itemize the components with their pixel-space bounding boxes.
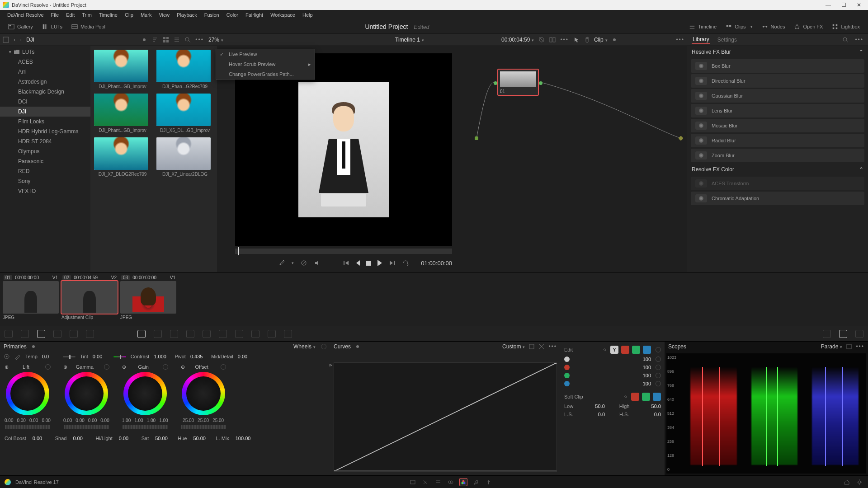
wheel-picker-icon[interactable]: ⊕ xyxy=(5,364,9,370)
wheel-picker-icon[interactable]: ⊕ xyxy=(181,364,185,370)
tracking-icon[interactable] xyxy=(203,330,211,338)
fx-item[interactable]: Directional Blur xyxy=(691,74,864,88)
ctx-change-path[interactable]: Change PowerGrades Path... xyxy=(216,69,315,79)
master-bar[interactable] xyxy=(64,425,109,429)
play-icon[interactable] xyxy=(377,260,382,266)
bypass-icon[interactable] xyxy=(300,259,307,267)
node-input[interactable] xyxy=(494,81,497,85)
nodes-more-icon[interactable]: ••• xyxy=(676,37,684,43)
master-bar[interactable] xyxy=(181,425,226,429)
wheel-value[interactable]: 0.00 xyxy=(100,418,109,423)
home-icon[interactable] xyxy=(843,478,851,486)
wheel-value[interactable]: 0.00 xyxy=(88,418,97,423)
ch-val[interactable]: 100 xyxy=(633,365,651,370)
fx-search-icon[interactable] xyxy=(842,37,849,43)
ch-val[interactable]: 100 xyxy=(633,373,651,378)
scrubber[interactable] xyxy=(235,249,452,254)
fairlight-page-icon[interactable] xyxy=(472,478,480,486)
scopes-icon[interactable] xyxy=(839,330,847,338)
shad-value[interactable]: 0.00 xyxy=(73,436,89,441)
reset-icon[interactable] xyxy=(163,364,168,370)
ls-value[interactable]: 0.0 xyxy=(587,412,605,417)
fx-group-blur[interactable]: Resolve FX Blur⌃ xyxy=(687,46,868,58)
menu-workspace[interactable]: Workspace xyxy=(267,12,299,18)
reset-icon[interactable] xyxy=(656,373,661,378)
middetail-value[interactable]: 0.00 xyxy=(238,354,254,359)
lightbox-toggle[interactable]: Lightbox xyxy=(827,20,864,33)
reset-icon[interactable] xyxy=(321,344,326,349)
lut-item[interactable]: RED xyxy=(0,166,90,176)
stop-icon[interactable] xyxy=(366,261,371,266)
speaker-icon[interactable] xyxy=(314,259,321,267)
close-button[interactable]: ✕ xyxy=(853,2,865,8)
lut-thumb[interactable]: DJI_X7_DLOG2Rec709 xyxy=(94,137,151,177)
fx-item[interactable]: Radial Blur xyxy=(691,134,864,147)
low-value[interactable]: 50.0 xyxy=(587,404,605,409)
lut-root[interactable]: ▾ LUTs xyxy=(0,47,90,57)
curve-plot[interactable]: ▹ xyxy=(334,362,557,472)
viewer-timecode[interactable]: 00:00:04:59 xyxy=(501,37,534,43)
color-wheel[interactable] xyxy=(123,372,167,415)
lut-item[interactable]: VFX IO xyxy=(0,186,90,196)
pointer-icon[interactable] xyxy=(573,37,580,43)
media-page-icon[interactable] xyxy=(409,478,417,486)
node[interactable]: 01 xyxy=(497,69,539,96)
menu-clip[interactable]: Clip xyxy=(121,12,137,18)
ctx-hover-scrub[interactable]: Hover Scrub Preview xyxy=(216,59,315,69)
search-icon[interactable] xyxy=(184,37,191,43)
fusion-page-icon[interactable] xyxy=(447,478,455,486)
link-icon[interactable] xyxy=(601,347,608,353)
luts-toggle[interactable]: LUTs xyxy=(38,20,67,33)
key-icon[interactable] xyxy=(251,330,259,338)
wheel-value[interactable]: 25.00 xyxy=(198,418,209,423)
last-frame-icon[interactable] xyxy=(388,259,396,267)
color-wheel[interactable] xyxy=(182,372,225,415)
menu-trim[interactable]: Trim xyxy=(78,12,95,18)
master-bar[interactable] xyxy=(5,425,50,429)
lut-item[interactable]: DJI xyxy=(0,107,90,117)
edit-g-button[interactable] xyxy=(632,346,640,354)
lut-thumb[interactable]: DJI_Phant...GB_Improv xyxy=(94,94,151,133)
ch-val[interactable]: 100 xyxy=(633,357,651,362)
lut-item[interactable]: Arri xyxy=(0,67,90,77)
hs-value[interactable]: 0.0 xyxy=(643,412,661,417)
lut-item[interactable]: Film Looks xyxy=(0,117,90,127)
reset-icon[interactable] xyxy=(45,364,51,370)
menu-playback[interactable]: Playback xyxy=(173,12,201,18)
fx-item[interactable]: Box Blur xyxy=(691,59,864,73)
menu-timeline[interactable]: Timeline xyxy=(95,12,121,18)
openfx-toggle[interactable]: Open FX xyxy=(789,20,827,33)
collapse-icon[interactable]: ⌃ xyxy=(859,49,863,55)
wheel-value[interactable]: 1.00 xyxy=(159,418,168,423)
menu-file[interactable]: File xyxy=(47,12,63,18)
temp-value[interactable]: 0.0 xyxy=(42,354,58,359)
reset-icon[interactable] xyxy=(656,381,661,386)
lut-thumb[interactable]: DJI_Phan...G2Rec709 xyxy=(156,50,213,89)
edit-r-button[interactable] xyxy=(621,346,629,354)
ch-dot-b[interactable] xyxy=(564,381,570,386)
qualifier-icon[interactable] xyxy=(170,330,178,338)
colboost-value[interactable]: 0.00 xyxy=(33,436,49,441)
minimize-button[interactable]: — xyxy=(822,2,835,8)
curves-more-icon[interactable]: ••• xyxy=(548,343,557,350)
nav-back-icon[interactable]: ‹ xyxy=(14,37,15,43)
pivot-value[interactable]: 0.435 xyxy=(190,354,207,359)
magic-mask-icon[interactable] xyxy=(219,330,227,338)
picker-a-icon[interactable] xyxy=(4,353,10,360)
deliver-page-icon[interactable] xyxy=(485,478,493,486)
info-icon[interactable] xyxy=(855,330,863,338)
wheel-value[interactable]: 25.00 xyxy=(212,418,224,423)
thumb-cell[interactable]: 0100:00:00:00V1 JPEG xyxy=(3,274,59,324)
wheel-picker-icon[interactable]: ⊕ xyxy=(63,364,67,370)
viewer-more-icon[interactable]: ••• xyxy=(560,37,569,43)
color-wheel[interactable] xyxy=(65,372,108,415)
project-settings-icon[interactable] xyxy=(855,478,863,486)
clips-toggle[interactable]: Clips xyxy=(721,20,757,33)
timeline-toggle[interactable]: Timeline xyxy=(684,20,721,33)
color-wheel[interactable] xyxy=(6,372,49,415)
curves-icon[interactable] xyxy=(137,330,146,338)
graph-output[interactable] xyxy=(678,136,683,141)
transport-timecode[interactable]: 01:00:00:00 xyxy=(421,260,452,267)
fx-more-icon[interactable]: ••• xyxy=(855,37,863,43)
wheel-picker-icon[interactable]: ⊕ xyxy=(122,364,126,370)
